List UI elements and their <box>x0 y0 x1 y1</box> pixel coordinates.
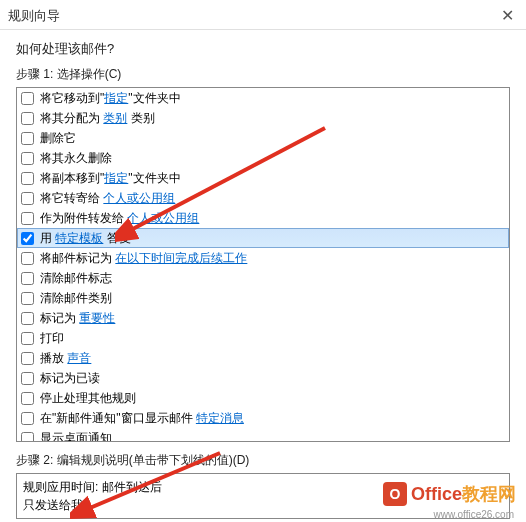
list-item[interactable]: 播放 声音 <box>17 348 509 368</box>
action-text-pre: 标记为已读 <box>40 371 100 385</box>
action-link[interactable]: 个人或公用组 <box>103 191 175 205</box>
action-text: 将邮件标记为 在以下时间完成后续工作 <box>40 249 247 267</box>
list-item[interactable]: 将邮件标记为 在以下时间完成后续工作 <box>17 248 509 268</box>
action-checkbox[interactable] <box>21 172 34 185</box>
list-item[interactable]: 将副本移到"指定"文件夹中 <box>17 168 509 188</box>
list-item[interactable]: 清除邮件类别 <box>17 288 509 308</box>
action-text-pre: 将副本移到" <box>40 171 104 185</box>
list-item[interactable]: 停止处理其他规则 <box>17 388 509 408</box>
action-text-pre: 用 <box>40 231 55 245</box>
action-text: 标记为已读 <box>40 369 100 387</box>
action-checkbox[interactable] <box>21 272 34 285</box>
action-checkbox[interactable] <box>21 332 34 345</box>
action-checkbox[interactable] <box>21 312 34 325</box>
action-checkbox[interactable] <box>21 292 34 305</box>
action-text: 播放 声音 <box>40 349 91 367</box>
action-text-pre: 作为附件转发给 <box>40 211 127 225</box>
action-text: 将其分配为 类别 类别 <box>40 109 155 127</box>
prompt-text: 如何处理该邮件? <box>16 40 510 58</box>
action-link[interactable]: 声音 <box>67 351 91 365</box>
action-text: 将它移动到"指定"文件夹中 <box>40 89 181 107</box>
list-item[interactable]: 将其分配为 类别 类别 <box>17 108 509 128</box>
list-item[interactable]: 打印 <box>17 328 509 348</box>
list-item[interactable]: 显示桌面通知 <box>17 428 509 442</box>
action-checkbox[interactable] <box>21 212 34 225</box>
list-item[interactable]: 将其永久删除 <box>17 148 509 168</box>
action-text-pre: 将其永久删除 <box>40 151 112 165</box>
action-checkbox[interactable] <box>21 392 34 405</box>
action-checkbox[interactable] <box>21 252 34 265</box>
action-text-post: 类别 <box>127 111 154 125</box>
action-link[interactable]: 在以下时间完成后续工作 <box>115 251 247 265</box>
action-checkbox[interactable] <box>21 352 34 365</box>
list-item[interactable]: 作为附件转发给 个人或公用组 <box>17 208 509 228</box>
list-item[interactable]: 用 特定模板 答复 <box>17 228 509 248</box>
action-checkbox[interactable] <box>21 92 34 105</box>
action-link[interactable]: 类别 <box>103 111 127 125</box>
close-icon[interactable]: ✕ <box>497 6 518 25</box>
action-text-pre: 删除它 <box>40 131 76 145</box>
action-checkbox[interactable] <box>21 132 34 145</box>
action-checkbox[interactable] <box>21 152 34 165</box>
step2-label-text: 步骤 2: 编辑规则说明(单击带下划线的值)(D) <box>16 453 249 467</box>
action-checkbox[interactable] <box>21 192 34 205</box>
list-item[interactable]: 标记为已读 <box>17 368 509 388</box>
action-text-pre: 清除邮件标志 <box>40 271 112 285</box>
step2-label: 步骤 2: 编辑规则说明(单击带下划线的值)(D) <box>16 452 510 469</box>
action-link[interactable]: 指定 <box>104 171 128 185</box>
action-link[interactable]: 重要性 <box>79 311 115 325</box>
action-text-pre: 在"新邮件通知"窗口显示邮件 <box>40 411 196 425</box>
action-text-pre: 清除邮件类别 <box>40 291 112 305</box>
action-link[interactable]: 指定 <box>104 91 128 105</box>
action-text: 在"新邮件通知"窗口显示邮件 特定消息 <box>40 409 244 427</box>
action-checkbox[interactable] <box>21 432 34 443</box>
action-text-post: "文件夹中 <box>128 171 180 185</box>
action-checkbox[interactable] <box>21 112 34 125</box>
action-text-pre: 停止处理其他规则 <box>40 391 136 405</box>
action-text-pre: 播放 <box>40 351 67 365</box>
action-link[interactable]: 个人或公用组 <box>127 211 199 225</box>
action-text: 打印 <box>40 329 64 347</box>
step1-label-text: 步骤 1: 选择操作(C) <box>16 67 121 81</box>
action-text-pre: 将邮件标记为 <box>40 251 115 265</box>
action-text: 将它转寄给 个人或公用组 <box>40 189 175 207</box>
action-text: 用 特定模板 答复 <box>40 229 131 247</box>
list-item[interactable]: 标记为 重要性 <box>17 308 509 328</box>
action-checkbox[interactable] <box>21 232 34 245</box>
list-item[interactable]: 将它转寄给 个人或公用组 <box>17 188 509 208</box>
action-text: 停止处理其他规则 <box>40 389 136 407</box>
dialog-title: 规则向导 <box>8 7 60 25</box>
action-text: 作为附件转发给 个人或公用组 <box>40 209 199 227</box>
action-text: 清除邮件标志 <box>40 269 112 287</box>
list-item[interactable]: 将它移动到"指定"文件夹中 <box>17 88 509 108</box>
action-text: 删除它 <box>40 129 76 147</box>
action-text-pre: 将它移动到" <box>40 91 104 105</box>
action-checkbox[interactable] <box>21 372 34 385</box>
action-text: 清除邮件类别 <box>40 289 112 307</box>
action-text: 将副本移到"指定"文件夹中 <box>40 169 181 187</box>
rule-desc-line1: 规则应用时间: 邮件到达后 <box>23 478 503 496</box>
step1-label: 步骤 1: 选择操作(C) <box>16 66 510 83</box>
rule-description-box[interactable]: 规则应用时间: 邮件到达后 只发送给我 <box>16 473 510 519</box>
action-text: 将其永久删除 <box>40 149 112 167</box>
action-text-pre: 标记为 <box>40 311 79 325</box>
titlebar: 规则向导 ✕ <box>0 0 526 30</box>
action-link[interactable]: 特定模板 <box>55 231 103 245</box>
action-text: 标记为 重要性 <box>40 309 115 327</box>
list-item[interactable]: 在"新邮件通知"窗口显示邮件 特定消息 <box>17 408 509 428</box>
list-item[interactable]: 清除邮件标志 <box>17 268 509 288</box>
action-text-pre: 将其分配为 <box>40 111 103 125</box>
action-text-post: "文件夹中 <box>128 91 180 105</box>
list-item[interactable]: 删除它 <box>17 128 509 148</box>
action-link[interactable]: 特定消息 <box>196 411 244 425</box>
action-text-pre: 显示桌面通知 <box>40 431 112 442</box>
action-text-pre: 将它转寄给 <box>40 191 103 205</box>
action-checkbox[interactable] <box>21 412 34 425</box>
action-text-post: 答复 <box>103 231 130 245</box>
dialog-content: 如何处理该邮件? 步骤 1: 选择操作(C) 将它移动到"指定"文件夹中将其分配… <box>0 30 526 519</box>
action-text: 显示桌面通知 <box>40 429 112 442</box>
action-listbox[interactable]: 将它移动到"指定"文件夹中将其分配为 类别 类别删除它将其永久删除将副本移到"指… <box>16 87 510 442</box>
rule-desc-line2: 只发送给我 <box>23 496 503 514</box>
action-text-pre: 打印 <box>40 331 64 345</box>
